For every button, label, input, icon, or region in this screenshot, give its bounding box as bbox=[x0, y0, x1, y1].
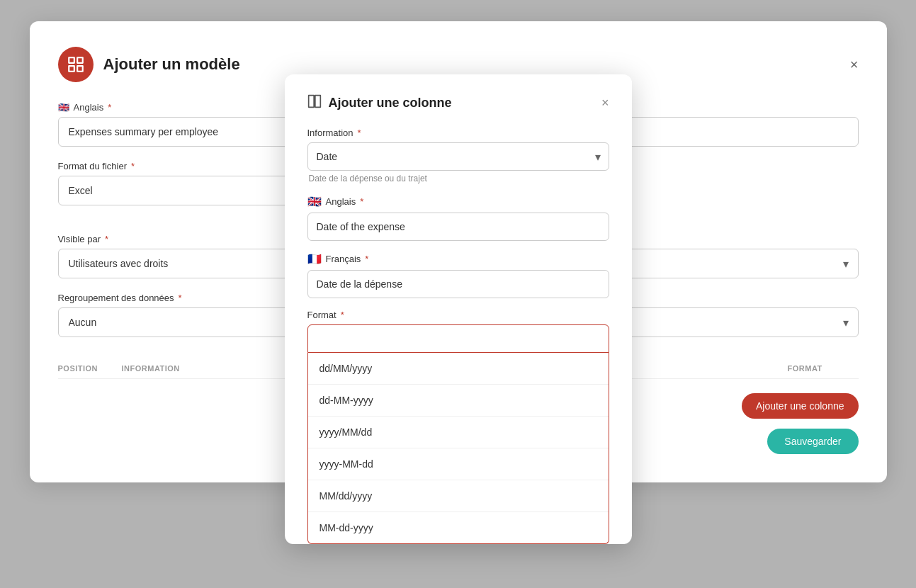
save-button[interactable]: Sauvegarder bbox=[767, 429, 858, 454]
fg-francais-label: 🇫🇷 Français * bbox=[307, 252, 609, 266]
fg-francais-section: 🇫🇷 Français * bbox=[307, 252, 609, 298]
fg-modal-ajouter-colonne: Ajouter une colonne × Information * Date… bbox=[285, 74, 632, 544]
add-column-button[interactable]: Ajouter une colonne bbox=[742, 393, 859, 419]
format-option-MM-dd-yyyy-slash[interactable]: MM/dd/yyyy bbox=[308, 480, 609, 512]
fg-anglais-flag: 🇬🇧 bbox=[307, 195, 322, 208]
fg-anglais-section: 🇬🇧 Anglais * bbox=[307, 195, 609, 241]
fg-francais-flag: 🇫🇷 bbox=[307, 252, 322, 266]
fg-information-label: Information * bbox=[307, 128, 609, 138]
fg-information-select[interactable]: Date bbox=[307, 142, 609, 171]
svg-rect-0 bbox=[69, 57, 74, 63]
format-option-dd-MM-yyyy[interactable]: dd/MM/yyyy bbox=[308, 353, 609, 385]
fg-format-input-wrap bbox=[307, 324, 609, 353]
bg-modal-icon bbox=[58, 47, 94, 82]
svg-rect-3 bbox=[77, 66, 83, 72]
format-option-yyyy-MM-dd-dash[interactable]: yyyy-MM-dd bbox=[308, 448, 609, 480]
fg-modal-close-button[interactable]: × bbox=[601, 96, 609, 111]
svg-rect-5 bbox=[315, 96, 320, 108]
format-option-dd-MM-yyyy-dash[interactable]: dd-MM-yyyy bbox=[308, 385, 609, 417]
col-header-format: FORMAT bbox=[788, 364, 859, 373]
bg-modal-title: Ajouter un modèle bbox=[103, 55, 240, 74]
fg-format-section: Format * dd/MM/yyyy dd-MM-yyyy yyyy/MM/d… bbox=[307, 310, 609, 544]
fg-francais-input[interactable] bbox=[307, 270, 609, 298]
svg-rect-2 bbox=[69, 66, 74, 72]
fg-format-label: Format * bbox=[307, 310, 609, 320]
fg-anglais-label: 🇬🇧 Anglais * bbox=[307, 195, 609, 208]
svg-rect-4 bbox=[308, 96, 314, 108]
fg-anglais-input[interactable] bbox=[307, 213, 609, 241]
fg-modal-header: Ajouter une colonne × bbox=[307, 94, 609, 112]
fg-modal-title: Ajouter une colonne bbox=[329, 96, 452, 111]
fg-format-dropdown: dd/MM/yyyy dd-MM-yyyy yyyy/MM/dd yyyy-MM… bbox=[307, 353, 609, 544]
col-header-position: POSITION bbox=[58, 364, 115, 373]
svg-rect-1 bbox=[77, 57, 83, 63]
format-option-yyyy-MM-dd-slash[interactable]: yyyy/MM/dd bbox=[308, 417, 609, 448]
fg-format-input[interactable] bbox=[307, 324, 609, 353]
fg-information-hint: Date de la dépense ou du trajet bbox=[307, 174, 609, 183]
fg-modal-body: Information * Date ▾ Date de la dépense … bbox=[307, 128, 609, 544]
fg-information-section: Information * Date ▾ Date de la dépense … bbox=[307, 128, 609, 183]
bg-modal-close-button[interactable]: × bbox=[850, 57, 859, 73]
fg-modal-icon bbox=[307, 94, 322, 112]
fg-information-select-wrap: Date ▾ bbox=[307, 142, 609, 171]
format-option-MM-dd-yyyy-dash[interactable]: MM-dd-yyyy bbox=[308, 512, 609, 543]
